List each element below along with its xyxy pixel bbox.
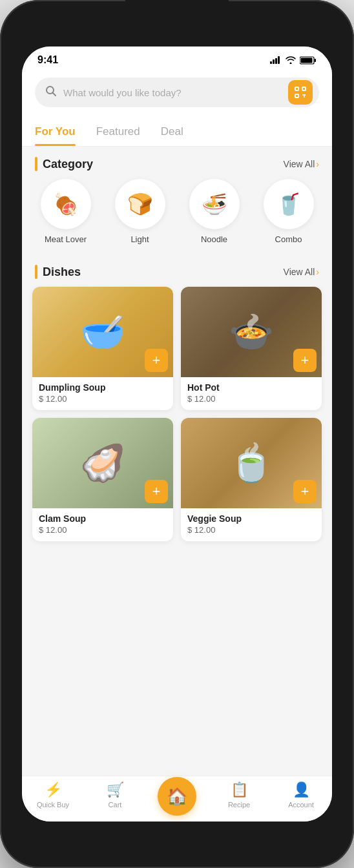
dish-name-dumpling-soup: Dumpling Soup	[39, 382, 167, 393]
cart-label: Cart	[109, 801, 122, 809]
svg-rect-5	[301, 57, 313, 63]
add-hot-pot-button[interactable]: +	[293, 349, 317, 372]
svg-rect-1	[273, 59, 275, 64]
svg-rect-6	[315, 59, 317, 62]
dish-image-clam-soup: 🦪 +	[32, 418, 173, 508]
dish-card-clam-soup[interactable]: 🦪 + Clam Soup $ 12.00	[32, 418, 173, 541]
category-label-light: Light	[130, 234, 149, 244]
dishes-grid: 🥣 + Dumpling Soup $ 12.00 🍲 + Ho	[22, 287, 332, 552]
dishes-header: Dishes View All ›	[22, 254, 332, 287]
dish-card-hot-pot[interactable]: 🍲 + Hot Pot $ 12.00	[181, 287, 322, 410]
search-icon	[45, 85, 57, 100]
dish-price-dumpling-soup: $ 12.00	[39, 394, 167, 404]
category-icon-noodle: 🍜	[189, 179, 240, 229]
dish-info-veggie-soup: Veggie Soup $ 12.00	[181, 508, 322, 541]
tab-featured[interactable]: Featured	[96, 119, 140, 146]
add-veggie-soup-button[interactable]: +	[293, 480, 317, 503]
category-icon-combo: 🥤	[264, 179, 314, 229]
quick-buy-label: Quick Buy	[37, 801, 69, 809]
chevron-right-icon-dishes: ›	[316, 267, 319, 277]
category-grid: 🍖 Meat Lover 🍞 Light 🍜 Noodle 🥤 Combo	[22, 179, 332, 254]
dish-card-veggie-soup[interactable]: 🍵 + Veggie Soup $ 12.00	[181, 418, 322, 541]
category-header: Category View All ›	[22, 147, 332, 179]
dish-price-clam-soup: $ 12.00	[39, 525, 167, 535]
dish-name-veggie-soup: Veggie Soup	[187, 513, 315, 524]
dish-info-clam-soup: Clam Soup $ 12.00	[32, 508, 173, 541]
category-label-combo: Combo	[275, 234, 302, 244]
account-icon: 👤	[293, 781, 310, 798]
dish-card-dumpling-soup[interactable]: 🥣 + Dumpling Soup $ 12.00	[32, 287, 173, 410]
tab-for-you[interactable]: For You	[35, 119, 76, 146]
dish-name-hot-pot: Hot Pot	[187, 382, 315, 393]
svg-rect-3	[278, 56, 280, 64]
cart-icon: 🛒	[107, 781, 124, 798]
recipe-label: Recipe	[228, 801, 250, 809]
svg-line-8	[53, 92, 56, 96]
nav-quick-buy[interactable]: ⚡ Quick Buy	[22, 781, 84, 809]
add-clam-soup-button[interactable]: +	[145, 480, 168, 503]
category-icon-light: 🍞	[115, 179, 165, 229]
svg-rect-11	[295, 94, 298, 98]
nav-home-button[interactable]: 🏠	[158, 777, 196, 816]
tab-deal[interactable]: Deal	[161, 119, 183, 146]
home-icon: 🏠	[167, 787, 187, 807]
category-label-meat-lover: Meat Lover	[45, 234, 87, 244]
account-label: Account	[288, 801, 314, 809]
add-dumpling-soup-button[interactable]: +	[145, 349, 168, 372]
dish-price-hot-pot: $ 12.00	[187, 394, 315, 404]
dish-info-hot-pot: Hot Pot $ 12.00	[181, 377, 322, 410]
category-meat-lover[interactable]: 🍖 Meat Lover	[37, 179, 95, 244]
chevron-right-icon: ›	[316, 159, 319, 169]
dish-name-clam-soup: Clam Soup	[39, 513, 167, 524]
tabs-section: For You Featured Deal	[22, 116, 332, 147]
nav-account[interactable]: 👤 Account	[270, 781, 332, 809]
dish-info-dumpling-soup: Dumpling Soup $ 12.00	[32, 377, 173, 410]
svg-rect-2	[275, 58, 277, 64]
bottom-nav: ⚡ Quick Buy 🛒 Cart 🏠 📋 Recipe 👤 Account	[22, 776, 332, 822]
category-combo[interactable]: 🥤 Combo	[260, 179, 318, 244]
dish-image-veggie-soup: 🍵 +	[181, 418, 322, 508]
nav-recipe[interactable]: 📋 Recipe	[208, 781, 270, 809]
dish-image-dumpling-soup: 🥣 +	[32, 287, 173, 377]
category-label-noodle: Noodle	[201, 234, 227, 244]
svg-rect-0	[270, 61, 272, 64]
status-icons	[270, 56, 317, 65]
wifi-icon	[286, 56, 296, 64]
dish-image-hot-pot: 🍲 +	[181, 287, 322, 377]
dishes-view-all[interactable]: View All ›	[284, 267, 319, 277]
main-content: Category View All › 🍖 Meat Lover 🍞 Light…	[22, 147, 332, 776]
category-noodle[interactable]: 🍜 Noodle	[185, 179, 244, 244]
svg-rect-9	[295, 87, 298, 90]
status-bar: 9:41	[22, 46, 332, 70]
dish-price-veggie-soup: $ 12.00	[187, 525, 315, 535]
dishes-title: Dishes	[35, 265, 81, 279]
battery-icon	[300, 56, 317, 65]
category-light[interactable]: 🍞 Light	[111, 179, 169, 244]
nav-cart[interactable]: 🛒 Cart	[84, 781, 146, 809]
category-icon-meat-lover: 🍖	[41, 179, 91, 229]
recipe-icon: 📋	[231, 781, 248, 798]
svg-rect-10	[302, 87, 306, 90]
phone-frame: 9:41	[0, 0, 354, 868]
category-view-all[interactable]: View All ›	[284, 159, 319, 169]
search-bar[interactable]: What would you like today?	[35, 78, 319, 107]
phone-screen: 9:41	[22, 46, 332, 822]
category-title: Category	[35, 157, 93, 171]
search-placeholder: What would you like today?	[63, 87, 282, 98]
scan-button[interactable]	[288, 80, 313, 105]
quick-buy-icon: ⚡	[45, 781, 62, 798]
search-section: What would you like today?	[22, 70, 332, 116]
signal-icon	[270, 56, 282, 64]
status-time: 9:41	[37, 54, 58, 66]
